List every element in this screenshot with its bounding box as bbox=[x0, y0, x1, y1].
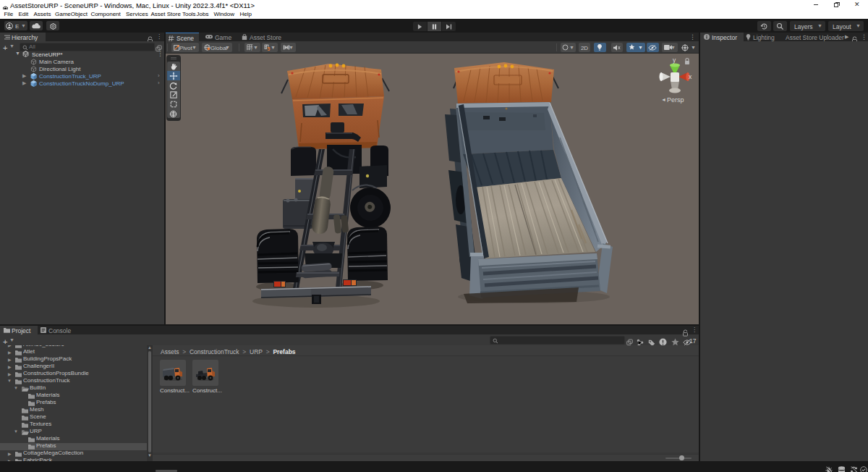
svg-text:◄: ◄ bbox=[661, 97, 666, 102]
svg-text:y: y bbox=[673, 56, 676, 64]
svg-text:x: x bbox=[689, 73, 692, 80]
svg-text:Y: Y bbox=[250, 48, 252, 51]
svg-text:5: 5 bbox=[268, 46, 271, 51]
svg-text:Persp: Persp bbox=[667, 96, 684, 104]
